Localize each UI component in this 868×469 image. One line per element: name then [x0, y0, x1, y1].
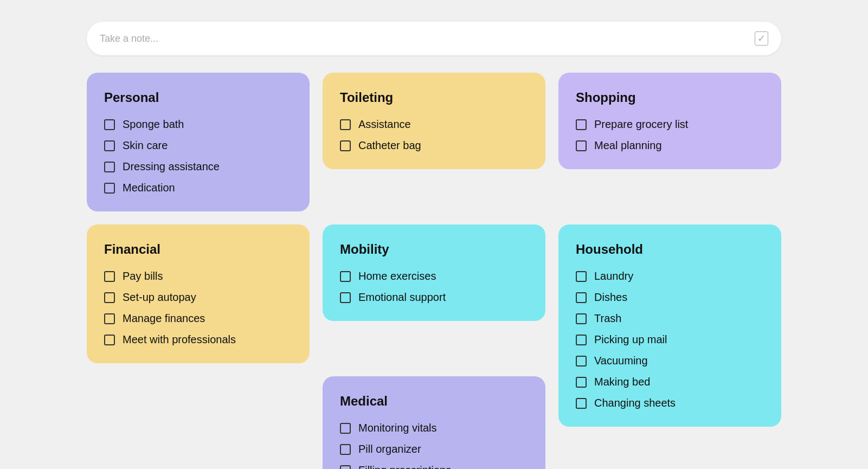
task-label: Dressing assistance — [123, 160, 220, 173]
task-item: Home exercises — [340, 270, 528, 282]
task-label: Home exercises — [358, 270, 436, 282]
task-label: Emotional support — [358, 291, 446, 304]
task-label: Meet with professionals — [123, 333, 236, 346]
task-label: Dishes — [594, 291, 627, 304]
task-item: Filling prescriptions — [340, 464, 528, 469]
task-label: Medication — [123, 182, 175, 194]
task-item: Meet with professionals — [104, 333, 292, 346]
check-icon: ✓ — [755, 31, 768, 46]
task-checkbox[interactable] — [340, 292, 351, 303]
task-item: Meal planning — [576, 139, 764, 152]
task-item: Picking up mail — [576, 333, 764, 346]
task-item: Set-up autopay — [104, 291, 292, 304]
task-label: Vacuuming — [594, 355, 648, 367]
task-list-toileting: AssistanceCatheter bag — [340, 118, 528, 152]
card-title-personal: Personal — [104, 90, 292, 105]
task-checkbox[interactable] — [576, 335, 587, 345]
task-item: Emotional support — [340, 291, 528, 304]
task-list-medical: Monitoring vitalsPill organizerFilling p… — [340, 422, 528, 469]
card-shopping: ShoppingPrepare grocery listMeal plannin… — [558, 73, 781, 169]
task-checkbox[interactable] — [104, 162, 115, 172]
task-list-mobility: Home exercisesEmotional support — [340, 270, 528, 304]
task-label: Skin care — [123, 139, 168, 152]
cards-grid: PersonalSponge bathSkin careDressing ass… — [87, 73, 781, 469]
task-label: Pay bills — [123, 270, 163, 282]
task-checkbox[interactable] — [340, 140, 351, 151]
task-checkbox[interactable] — [576, 140, 587, 151]
task-checkbox[interactable] — [104, 271, 115, 282]
task-label: Picking up mail — [594, 333, 667, 346]
task-checkbox[interactable] — [104, 292, 115, 303]
task-item: Trash — [576, 312, 764, 325]
task-list-personal: Sponge bathSkin careDressing assistanceM… — [104, 118, 292, 194]
task-item: Medication — [104, 182, 292, 194]
task-checkbox[interactable] — [340, 271, 351, 282]
card-personal: PersonalSponge bathSkin careDressing ass… — [87, 73, 310, 211]
task-label: Monitoring vitals — [358, 422, 437, 434]
task-label: Laundry — [594, 270, 633, 282]
task-checkbox[interactable] — [104, 119, 115, 130]
task-item: Dishes — [576, 291, 764, 304]
task-label: Prepare grocery list — [594, 118, 688, 131]
task-label: Changing sheets — [594, 397, 676, 409]
task-checkbox[interactable] — [340, 423, 351, 434]
task-item: Monitoring vitals — [340, 422, 528, 434]
task-item: Prepare grocery list — [576, 118, 764, 131]
task-label: Filling prescriptions — [358, 464, 451, 469]
task-label: Meal planning — [594, 139, 662, 152]
card-toileting: ToiletingAssistanceCatheter bag — [323, 73, 545, 169]
task-item: Assistance — [340, 118, 528, 131]
task-item: Pay bills — [104, 270, 292, 282]
task-checkbox[interactable] — [104, 183, 115, 194]
task-checkbox[interactable] — [576, 119, 587, 130]
search-bar[interactable]: Take a note... ✓ — [87, 22, 781, 55]
task-checkbox[interactable] — [340, 119, 351, 130]
task-checkbox[interactable] — [340, 465, 351, 470]
task-item: Changing sheets — [576, 397, 764, 409]
card-title-mobility: Mobility — [340, 242, 528, 257]
task-item: Making bed — [576, 376, 764, 388]
task-checkbox[interactable] — [104, 140, 115, 151]
task-label: Pill organizer — [358, 443, 421, 455]
card-title-medical: Medical — [340, 394, 528, 409]
task-item: Pill organizer — [340, 443, 528, 455]
card-mobility: MobilityHome exercisesEmotional support — [323, 224, 545, 321]
task-checkbox[interactable] — [576, 292, 587, 303]
task-item: Manage finances — [104, 312, 292, 325]
task-checkbox[interactable] — [104, 313, 115, 324]
task-label: Manage finances — [123, 312, 205, 325]
search-placeholder: Take a note... — [100, 33, 158, 44]
card-title-household: Household — [576, 242, 764, 257]
task-list-shopping: Prepare grocery listMeal planning — [576, 118, 764, 152]
task-label: Set-up autopay — [123, 291, 196, 304]
task-label: Trash — [594, 312, 621, 325]
task-checkbox[interactable] — [576, 356, 587, 367]
task-item: Dressing assistance — [104, 160, 292, 173]
task-label: Making bed — [594, 376, 650, 388]
task-item: Catheter bag — [340, 139, 528, 152]
task-list-financial: Pay billsSet-up autopayManage financesMe… — [104, 270, 292, 346]
task-checkbox[interactable] — [576, 271, 587, 282]
card-financial: FinancialPay billsSet-up autopayManage f… — [87, 224, 310, 363]
task-item: Laundry — [576, 270, 764, 282]
task-checkbox[interactable] — [104, 335, 115, 345]
task-checkbox[interactable] — [576, 313, 587, 324]
card-title-shopping: Shopping — [576, 90, 764, 105]
task-checkbox[interactable] — [576, 377, 587, 388]
card-title-toileting: Toileting — [340, 90, 528, 105]
card-title-financial: Financial — [104, 242, 292, 257]
task-checkbox[interactable] — [340, 444, 351, 455]
task-item: Skin care — [104, 139, 292, 152]
task-checkbox[interactable] — [576, 398, 587, 409]
card-household: HouseholdLaundryDishesTrashPicking up ma… — [558, 224, 781, 427]
task-label: Sponge bath — [123, 118, 184, 131]
task-list-household: LaundryDishesTrashPicking up mailVacuumi… — [576, 270, 764, 409]
card-medical: MedicalMonitoring vitalsPill organizerFi… — [323, 376, 545, 469]
task-item: Sponge bath — [104, 118, 292, 131]
task-label: Assistance — [358, 118, 411, 131]
task-label: Catheter bag — [358, 139, 421, 152]
task-item: Vacuuming — [576, 355, 764, 367]
